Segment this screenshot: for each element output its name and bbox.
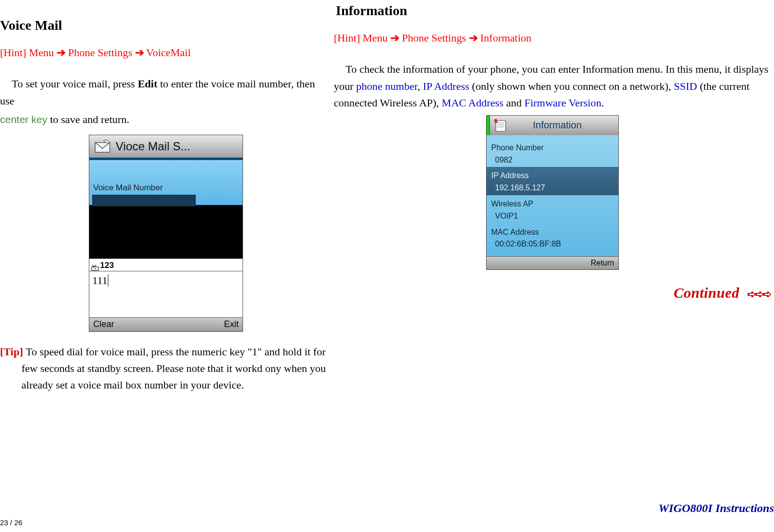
text: , <box>417 80 423 92</box>
row-value: 192.168.5.127 <box>491 182 614 194</box>
screen-title: Information <box>511 118 618 133</box>
tip-block: [Tip] To speed dial for voice mail, pres… <box>0 344 332 393</box>
term-phone-number: phone number <box>356 80 418 92</box>
row-value: VOIP1 <box>491 210 614 223</box>
term-ip-address: IP Address <box>423 80 469 92</box>
notepad-icon <box>492 117 509 134</box>
input-row[interactable]: 111 <box>89 271 243 287</box>
softkey-clear[interactable]: Clear <box>93 318 114 331</box>
heading-information: Information <box>334 0 771 21</box>
text: to save and return. <box>47 113 129 125</box>
arrow-right-icon: ➔ <box>390 30 399 46</box>
tip-label: [Tip] <box>0 346 26 358</box>
tip-text: few seconds at standby screen. Please no… <box>0 360 332 377</box>
screen-title: Vioce Mail S... <box>116 137 190 155</box>
term-mac-address: MAC Address <box>442 97 504 109</box>
footer-product-name: WIGO800I Instructions <box>658 499 774 517</box>
text-entry-area: 123 111 <box>89 259 243 317</box>
voicemail-number-input[interactable] <box>92 195 196 206</box>
paragraph-information: To check the information of your phone, … <box>334 61 771 111</box>
input-mode-indicator: 123 <box>89 259 243 271</box>
abc-mode-icon <box>91 262 99 269</box>
screen-titlebar: Information <box>487 116 618 135</box>
paragraph-voicemail-instructions-2: center key to save and return. <box>0 111 332 128</box>
row-label: IP Address <box>491 170 614 182</box>
left-column: Voice Mail [Hint] Menu ➔ Phone Settings … <box>0 0 332 393</box>
arrow-right-icon: ➔ <box>57 44 65 61</box>
center-key-label: center key <box>0 114 47 125</box>
info-row-mac-address: MAC Address 00:02:6B:05:BF:8B <box>487 224 618 257</box>
hint-text: Information <box>478 32 532 44</box>
softkey-bar: Return <box>487 256 618 269</box>
row-value: 00:02:6B:05:BF:8B <box>491 238 614 250</box>
black-gap <box>89 205 243 259</box>
heading-voice-mail: Voice Mail <box>0 15 332 36</box>
hint-text: Phone Settings <box>65 46 135 59</box>
info-row-wireless-ap: Wireless AP VOIP1 <box>487 195 618 224</box>
input-pad <box>89 287 243 317</box>
row-value: 0982 <box>491 154 614 166</box>
screen-titlebar: Vioce Mail S... <box>89 135 243 158</box>
row-label: MAC Address <box>491 226 614 239</box>
paragraph-voicemail-instructions: To set your voice mail, press Edit to en… <box>0 76 332 109</box>
footer-page-number: 23 / 26 <box>0 517 22 528</box>
text: (only shown when you connect on a networ… <box>469 80 674 92</box>
hint-text: [Hint] Menu <box>334 32 390 44</box>
row-label: Wireless AP <box>491 198 614 210</box>
field-label: Voice Mail Number <box>92 182 240 194</box>
tip-text: To speed dial for voice mail, press the … <box>26 346 326 358</box>
tip-text: already set a voice mail box number in y… <box>0 377 332 393</box>
title-accent-bar <box>487 116 490 135</box>
text: . <box>601 97 604 109</box>
softkey-return[interactable]: Return <box>591 257 614 269</box>
screen-body: Voice Mail Number <box>89 160 243 205</box>
text: To set your voice mail, press <box>12 78 138 90</box>
information-screenshot: Information Phone Number 0982 IP Address… <box>486 115 619 270</box>
term-firmware-version: Firmware Version <box>524 97 601 109</box>
screen-body: Phone Number 0982 IP Address 192.168.5.1… <box>487 135 618 256</box>
term-ssid: SSID <box>674 80 697 92</box>
arrow-right-icon: ➔ <box>469 30 478 46</box>
voicemail-number-field: Voice Mail Number <box>92 182 240 206</box>
svg-point-2 <box>95 268 96 269</box>
right-column: Information [Hint] Menu ➔ Phone Settings… <box>334 0 771 305</box>
info-row-phone-number: Phone Number 0982 <box>487 135 618 167</box>
arrow-right-icon: ➔ <box>135 44 144 61</box>
softkey-exit[interactable]: Exit <box>224 318 239 331</box>
info-row-ip-address: IP Address 192.168.5.127 <box>487 167 618 195</box>
hint-text: VoiceMail <box>144 46 191 59</box>
envelope-icon <box>91 136 114 157</box>
continued-marker: Continued ➪➪➪ <box>334 282 771 305</box>
continued-label: Continued <box>673 285 739 301</box>
hint-text: Phone Settings <box>399 32 468 44</box>
voicemail-screenshot: Vioce Mail S... Voice Mail Number 123 <box>89 135 243 332</box>
hint-text: [Hint] Menu <box>0 46 57 59</box>
input-mode-label: 123 <box>100 259 114 272</box>
softkey-bar: Clear Exit <box>89 317 243 331</box>
hint-voice-mail: [Hint] Menu ➔ Phone Settings ➔ VoiceMail <box>0 44 332 61</box>
text: and <box>504 97 525 109</box>
arrow-right-outline-icon: ➪➪➪ <box>747 288 771 300</box>
input-value: 111 <box>92 274 108 286</box>
edit-keyword: Edit <box>138 78 157 90</box>
row-label: Phone Number <box>491 142 614 154</box>
hint-information: [Hint] Menu ➔ Phone Settings ➔ Informati… <box>334 30 771 46</box>
